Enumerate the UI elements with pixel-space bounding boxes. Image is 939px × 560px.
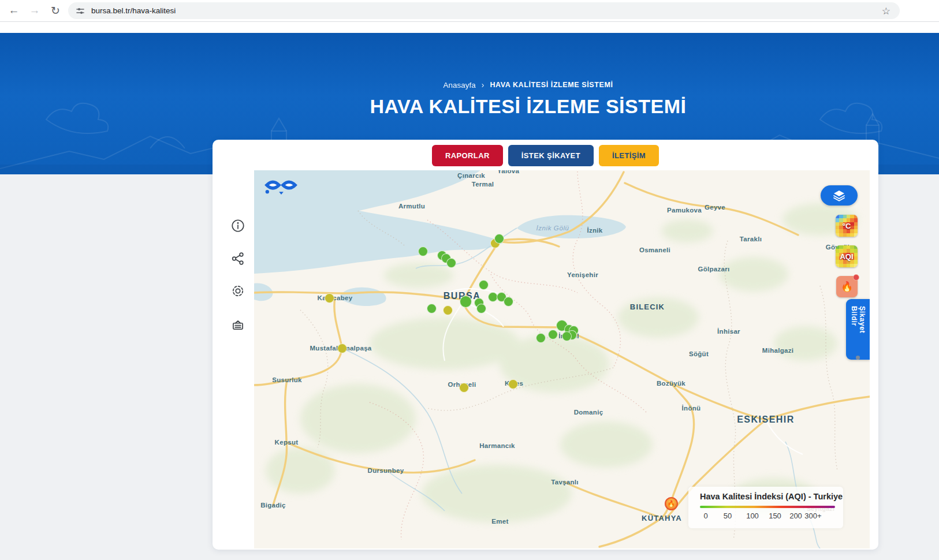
- map-logo: [264, 177, 298, 199]
- aqi-station-marker[interactable]: [337, 344, 347, 353]
- layers-icon: [832, 189, 846, 203]
- legend-tick: 100: [746, 512, 759, 520]
- complaint-tab-dot: [856, 356, 860, 360]
- istek-sikayet-button[interactable]: İSTEK ŞİKAYET: [508, 145, 594, 166]
- eyes-logo-icon: [264, 177, 298, 197]
- aqi-station-marker[interactable]: [443, 305, 453, 315]
- aqi-station-marker[interactable]: [325, 293, 334, 303]
- temperature-layer-label: °C: [836, 215, 858, 237]
- settings-gear-icon: [230, 283, 245, 298]
- legend-tick: 50: [724, 512, 732, 520]
- info-button[interactable]: [230, 218, 245, 233]
- legend-tick: 300+: [804, 512, 821, 520]
- action-buttons-row: RAPORLAR İSTEK ŞİKAYET İLETİŞİM: [213, 145, 878, 166]
- legend-title: Hava Kalitesi İndeksi (AQI) - Turkiye: [700, 492, 843, 501]
- breadcrumb-current: HAVA KALİTESİ İZLEME SİSTEMİ: [490, 81, 613, 89]
- aqi-station-marker[interactable]: [488, 292, 498, 302]
- complaint-report-tab[interactable]: Şikayet Bildir: [846, 299, 870, 360]
- aqi-station-marker[interactable]: [548, 330, 558, 339]
- aqi-layer-label: AQI: [836, 245, 858, 267]
- legend-gradient-bar: [700, 506, 835, 508]
- browser-toolbar: ← → ↻ bursa.bel.tr/hava-kalitesi ☆: [0, 0, 939, 22]
- site-info-icon[interactable]: [76, 6, 85, 16]
- bookmark-star-icon[interactable]: ☆: [882, 5, 890, 17]
- aqi-station-marker[interactable]: [476, 304, 486, 313]
- aqi-station-marker[interactable]: [459, 383, 469, 393]
- breadcrumb-home-link[interactable]: Anasayfa: [443, 81, 475, 89]
- legend-tick: 150: [769, 512, 781, 520]
- breadcrumb-separator: ›: [482, 80, 485, 89]
- aqi-station-marker[interactable]: [508, 379, 518, 389]
- map-side-tools: [213, 170, 254, 548]
- aqi-station-marker[interactable]: [446, 258, 456, 268]
- report-board-button[interactable]: [230, 318, 245, 333]
- url-bar[interactable]: bursa.bel.tr/hava-kalitesi ☆: [68, 2, 900, 19]
- aqi-station-marker[interactable]: [536, 333, 546, 343]
- aqi-legend: Hava Kalitesi İndeksi (AQI) - Turkiye 05…: [688, 487, 843, 528]
- aqi-station-marker[interactable]: [479, 280, 489, 290]
- share-button[interactable]: [230, 251, 245, 266]
- reload-button[interactable]: ↻: [47, 2, 64, 18]
- legend-tick: 0: [703, 512, 707, 520]
- fire-icon: 🔥: [667, 500, 675, 507]
- aqi-station-marker[interactable]: [562, 331, 572, 341]
- raporlar-button[interactable]: RAPORLAR: [432, 145, 503, 166]
- aqi-layer-button[interactable]: AQI: [836, 245, 858, 267]
- fire-layer-button[interactable]: 🔥: [836, 276, 858, 297]
- browser-window: ← → ↻ bursa.bel.tr/hava-kalitesi ☆: [0, 0, 939, 560]
- aqi-station-marker[interactable]: [494, 234, 504, 244]
- aqi-station-marker[interactable]: [460, 296, 472, 308]
- settings-button[interactable]: [230, 283, 245, 298]
- aqi-station-marker[interactable]: [427, 304, 437, 313]
- info-icon: [230, 218, 245, 233]
- hero-content: Anasayfa › HAVA KALİTESİ İZLEME SİSTEMİ …: [195, 33, 861, 118]
- complaint-tab-label: Şikayet Bildir: [850, 306, 866, 352]
- iletisim-button[interactable]: İLETİŞİM: [599, 145, 659, 166]
- page-title: HAVA KALİTESİ İZLEME SİSTEMİ: [195, 95, 861, 118]
- wildfire-marker[interactable]: 🔥: [665, 497, 678, 510]
- breadcrumb: Anasayfa › HAVA KALİTESİ İZLEME SİSTEMİ: [195, 80, 861, 89]
- content-card: RAPORLAR İSTEK ŞİKAYET İLETİŞİM: [213, 140, 878, 550]
- map-canvas[interactable]: YalovaÇınarcıkTermalArmutluİznik Gölüİzn…: [254, 170, 870, 548]
- temperature-layer-button[interactable]: °C: [836, 215, 858, 237]
- fire-notification-dot: [853, 274, 859, 281]
- url-text: bursa.bel.tr/hava-kalitesi: [91, 6, 176, 15]
- aqi-station-marker[interactable]: [504, 297, 513, 307]
- aqi-station-marker[interactable]: [418, 247, 428, 256]
- report-board-icon: [230, 318, 245, 333]
- legend-tick: 200: [789, 512, 802, 520]
- layers-button[interactable]: [821, 185, 858, 206]
- back-button[interactable]: ←: [6, 2, 22, 18]
- forward-button[interactable]: →: [27, 2, 43, 18]
- fire-layer-icon: 🔥: [841, 281, 853, 293]
- share-icon: [230, 251, 245, 266]
